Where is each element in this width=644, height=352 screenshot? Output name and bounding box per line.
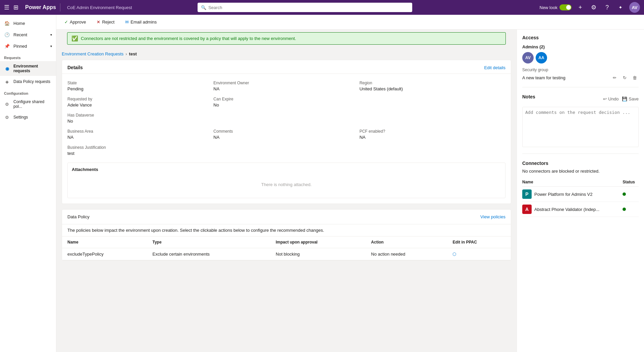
- view-policies-link[interactable]: View policies: [480, 214, 505, 219]
- pcf-enabled-label: PCF enabled?: [360, 129, 503, 134]
- chevron-down-icon: ▾: [50, 44, 52, 48]
- delete-sg-button[interactable]: 🗑: [631, 74, 639, 82]
- pcf-enabled-value: NA: [360, 135, 503, 140]
- connectors-col-name: Name: [522, 178, 623, 187]
- details-grid: State Pending Environment Owner NA Regio…: [62, 74, 511, 163]
- save-icon: 💾: [622, 96, 627, 101]
- spacer-field3: [360, 110, 505, 126]
- attachments-section: Attachments There is nothing attached.: [67, 163, 505, 198]
- policy-title: Data Policy: [67, 214, 90, 219]
- access-section: Access Admins (2) AV AA Security group A…: [522, 35, 639, 87]
- business-area-label: Business Area: [67, 129, 211, 134]
- can-expire-field: Can Expire No: [213, 94, 359, 110]
- sidebar-item-recent[interactable]: 🕐 Recent ▾: [0, 29, 56, 40]
- help-icon[interactable]: ?: [602, 3, 612, 12]
- connector-row-2: A Abstract Phone Validator (Indep...: [522, 202, 639, 217]
- access-title: Access: [522, 35, 639, 40]
- settings-icon: ⚙: [4, 114, 10, 120]
- copilot-icon[interactable]: ✦: [616, 3, 625, 12]
- home-icon: 🏠: [4, 20, 10, 26]
- sidebar-item-settings[interactable]: ⚙ Settings: [0, 112, 56, 123]
- connector-status-2: [623, 202, 639, 217]
- connector-status-1: [623, 187, 639, 202]
- success-icon: ✅: [71, 35, 78, 42]
- notes-header: Notes ↩ Undo 💾 Save: [522, 94, 639, 103]
- save-button[interactable]: 💾 Save: [622, 96, 639, 101]
- main: ✓ Approve ✕ Reject ✉ Email admins ✅ Conn…: [56, 15, 644, 352]
- col-action: Action: [366, 236, 447, 248]
- sidebar-item-env-requests[interactable]: ◉ Environment requests: [0, 61, 56, 76]
- has-dataverse-field: Has Dataverse No: [67, 110, 213, 126]
- col-edit: Edit in PPAC: [447, 236, 511, 248]
- config-section-label: Configuration: [0, 87, 56, 97]
- search-bar[interactable]: 🔍: [198, 3, 412, 12]
- new-look-toggle[interactable]: [559, 4, 572, 10]
- top-nav-right: New look + ⚙ ? ✦ AV: [540, 2, 640, 13]
- avatar[interactable]: AV: [629, 2, 640, 13]
- has-dataverse-value: No: [67, 119, 211, 124]
- notes-textarea[interactable]: [522, 107, 639, 147]
- admin-avatars: AV AA: [522, 52, 639, 63]
- biz-justification-field: Business Justification test: [67, 142, 505, 159]
- sg-actions: ✏ ↻ 🗑: [610, 74, 639, 82]
- policy-type: Exclude certain environments: [147, 248, 270, 260]
- sidebar-item-configure-shared[interactable]: ⚙ Configure shared pol...: [0, 97, 56, 112]
- connector-name-1: P Power Platform for Admins V2: [522, 187, 623, 202]
- content-area: ✅ Connectors are not restricted and the …: [56, 30, 644, 352]
- chevron-down-icon: ▾: [50, 33, 52, 37]
- data-policy-card: Data Policy View policies The policies b…: [62, 209, 511, 261]
- admins-label: Admins (2): [522, 44, 639, 49]
- requests-section-label: Requests: [0, 52, 56, 61]
- edit-sg-button[interactable]: ✏: [610, 74, 619, 82]
- breadcrumb-parent[interactable]: Environment Creation Requests: [62, 51, 123, 56]
- top-nav: ☰ ⊞ Power Apps CoE Admin Environment Req…: [0, 0, 644, 15]
- right-panel: Access Admins (2) AV AA Security group A…: [517, 30, 644, 352]
- policy-impact: Not blocking: [270, 248, 366, 260]
- main-panel: ✅ Connectors are not restricted and the …: [56, 30, 517, 352]
- security-group-name: A new team for testing: [522, 75, 566, 80]
- reject-button[interactable]: ✕ Reject: [94, 18, 117, 26]
- details-card-header: Details Edit details: [62, 60, 511, 74]
- email-icon: ✉: [125, 19, 129, 25]
- undo-icon: ↩: [603, 96, 607, 101]
- connectors-section: Connectors No connectors are blocked or …: [522, 161, 639, 217]
- has-dataverse-label: Has Dataverse: [67, 113, 211, 118]
- sidebar-item-data-policy[interactable]: ◈ Data Policy requests: [0, 76, 56, 87]
- x-icon: ✕: [97, 19, 100, 25]
- config-icon: ⚙: [4, 101, 10, 107]
- connectors-col-status: Status: [623, 178, 639, 187]
- state-field: State Pending: [67, 78, 213, 94]
- refresh-sg-button[interactable]: ↻: [621, 74, 629, 82]
- security-group-row: A new team for testing ✏ ↻ 🗑: [522, 74, 639, 82]
- sidebar-item-home[interactable]: 🏠 Home: [0, 17, 56, 29]
- attachments-empty: There is nothing attached.: [72, 175, 501, 194]
- edit-details-link[interactable]: Edit details: [484, 65, 505, 70]
- policy-action: No action needed: [366, 248, 447, 260]
- undo-button[interactable]: ↩ Undo: [603, 96, 619, 101]
- search-input[interactable]: [208, 5, 409, 10]
- breadcrumb-current: test: [129, 51, 137, 56]
- add-icon[interactable]: +: [576, 3, 585, 12]
- col-name: Name: [62, 236, 147, 248]
- status-dot-active-2: [623, 208, 626, 211]
- email-admins-button[interactable]: ✉ Email admins: [122, 18, 159, 26]
- comments-label: Comments: [213, 129, 357, 134]
- page-title: CoE Admin Environment Request: [67, 5, 132, 10]
- policy-description: The policies below impact the environmen…: [62, 224, 511, 236]
- connectors-table: Name Status P Power Platform for Admins …: [522, 178, 639, 217]
- notes-actions: ↩ Undo 💾 Save: [603, 96, 639, 101]
- region-label: Region: [360, 81, 503, 85]
- attachments-title: Attachments: [72, 167, 501, 172]
- hamburger-icon[interactable]: ☰: [4, 4, 9, 11]
- settings-icon[interactable]: ⚙: [589, 3, 598, 12]
- biz-justification-value: test: [67, 151, 503, 156]
- sidebar-item-pinned[interactable]: 📌 Pinned ▾: [0, 40, 56, 52]
- approve-button[interactable]: ✓ Approve: [62, 18, 89, 26]
- connector-icon-2: A: [522, 205, 532, 214]
- env-owner-field: Environment Owner NA: [213, 78, 359, 94]
- state-value: Pending: [67, 86, 211, 91]
- grid-icon[interactable]: ⊞: [13, 4, 18, 11]
- spacer-field: [360, 94, 505, 110]
- policy-edit-link[interactable]: ⬡: [447, 248, 511, 260]
- external-link-icon[interactable]: ⬡: [452, 252, 456, 257]
